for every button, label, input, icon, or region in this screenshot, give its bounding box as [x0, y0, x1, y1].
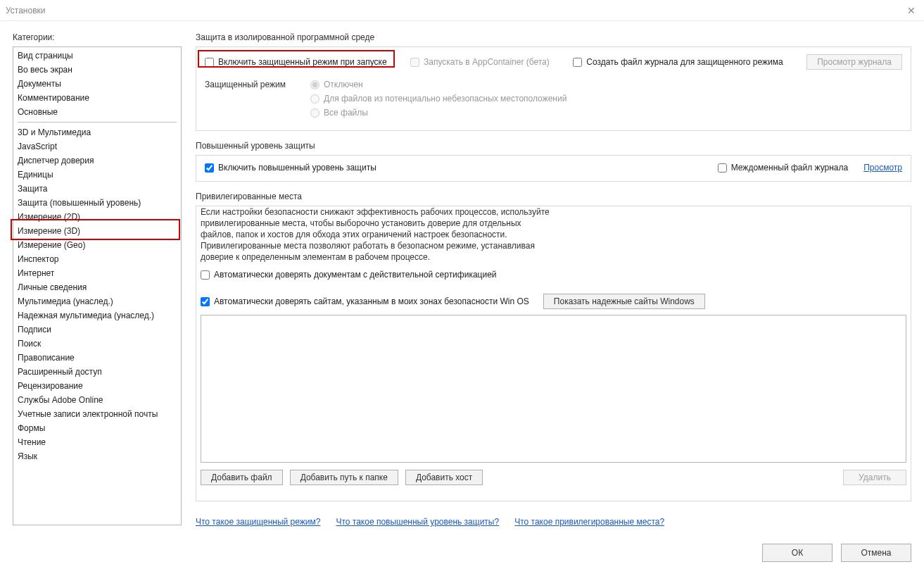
chk-enable-protected-mode[interactable]: Включить защищенный режим при запуске [205, 57, 387, 67]
category-item[interactable]: Язык [13, 449, 181, 463]
category-item[interactable]: Единицы [13, 168, 181, 182]
chk-create-logfile-label: Создать файл журнала для защищенного реж… [586, 57, 783, 67]
chk-create-logfile[interactable]: Создать файл журнала для защищенного реж… [573, 57, 783, 67]
link-what-is-privileged[interactable]: Что такое привилегированные места? [514, 517, 664, 527]
category-item[interactable]: JavaScript [13, 139, 181, 154]
category-item[interactable]: Вид страницы [13, 49, 181, 63]
radio-all: Все файлы [310, 108, 567, 118]
section-privileged: Если настройки безопасности снижают эффе… [196, 206, 911, 501]
category-item[interactable]: Документы [13, 77, 181, 91]
radio-unsafe-label: Для файлов из потенциально небезопасных … [324, 94, 567, 104]
category-item[interactable]: Основные [13, 105, 181, 119]
category-item[interactable]: Надежная мультимедиа (унаслед.) [13, 308, 181, 323]
link-what-is-protected-mode[interactable]: Что такое защищенный режим? [196, 517, 320, 527]
category-item[interactable]: Поиск [13, 337, 181, 351]
radio-all-label: Все файлы [324, 108, 368, 118]
category-divider [18, 122, 177, 123]
category-item[interactable]: Защита (повышенный уровень) [13, 196, 181, 210]
chk-trust-winos[interactable]: Автоматически доверять сайтам, указанным… [201, 296, 529, 306]
categories-listbox[interactable]: Вид страницыВо весь экранДокументыКоммен… [13, 46, 182, 525]
protected-mode-label: Защищенный режим [205, 80, 310, 89]
chk-crossdomain-log[interactable]: Междоменный файл журнала [718, 163, 848, 173]
link-what-is-enhanced[interactable]: Что такое повышенный уровень защиты? [336, 517, 499, 527]
category-item[interactable]: Комментирование [13, 91, 181, 105]
category-item[interactable]: Правописание [13, 351, 181, 365]
chk-trust-winos-label: Автоматически доверять сайтам, указанным… [214, 296, 529, 306]
category-item[interactable]: 3D и Мультимедиа [13, 125, 181, 139]
btn-add-file[interactable]: Добавить файл [201, 470, 283, 485]
category-item[interactable]: Защита [13, 182, 181, 196]
category-item[interactable]: Измерение (3D) [13, 224, 181, 238]
section-enhanced: Включить повышенный уровень защиты Междо… [196, 155, 911, 182]
category-item[interactable]: Службы Adobe Online [13, 393, 181, 407]
radio-off-label: Отключен [324, 80, 363, 89]
chk-enable-enhanced-label: Включить повышенный уровень защиты [218, 163, 376, 173]
section-privileged-title: Привилегированные места [196, 192, 911, 201]
privileged-listbox[interactable] [201, 315, 906, 463]
btn-add-folder[interactable]: Добавить путь к папке [290, 470, 398, 485]
titlebar: Установки ✕ [0, 0, 924, 21]
chk-appcontainer: Запускать в AppContainer (бета) [410, 57, 550, 67]
section-sandbox-title: Защита в изолированной программной среде [196, 32, 911, 42]
btn-show-trusted-sites[interactable]: Показать надежные сайты Windows [543, 294, 705, 309]
btn-ok[interactable]: ОК [762, 544, 833, 562]
link-view-log[interactable]: Просмотр [863, 163, 902, 173]
category-item[interactable]: Рецензирование [13, 379, 181, 393]
category-item[interactable]: Учетные записи электронной почты [13, 407, 181, 421]
radio-unsafe: Для файлов из потенциально небезопасных … [310, 94, 567, 104]
category-item[interactable]: Мультимедиа (унаслед.) [13, 294, 181, 308]
chk-trust-cert[interactable]: Автоматически доверять документам с дейс… [201, 270, 906, 280]
section-sandbox: Включить защищенный режим при запуске За… [196, 46, 911, 131]
window-title: Установки [6, 6, 45, 15]
chk-enable-protected-mode-label: Включить защищенный режим при запуске [218, 57, 387, 67]
categories-label: Категории: [13, 32, 182, 42]
category-item[interactable]: Формы [13, 421, 181, 435]
chk-enable-enhanced[interactable]: Включить повышенный уровень защиты [205, 163, 376, 173]
btn-delete: Удалить [843, 470, 906, 485]
category-item[interactable]: Инспектор [13, 252, 181, 266]
section-enhanced-title: Повышенный уровень защиты [196, 141, 911, 151]
privileged-description: Если настройки безопасности снижают эффе… [201, 206, 552, 263]
category-item[interactable]: Измерение (Geo) [13, 238, 181, 252]
btn-cancel[interactable]: Отмена [841, 544, 911, 562]
dialog-footer: ОК Отмена [762, 544, 911, 562]
close-icon[interactable]: ✕ [904, 5, 918, 16]
radio-off: Отключен [310, 80, 567, 89]
category-item[interactable]: Расширенный доступ [13, 365, 181, 379]
chk-trust-cert-label: Автоматически доверять документам с дейс… [214, 270, 497, 280]
chk-appcontainer-label: Запускать в AppContainer (бета) [424, 57, 550, 67]
category-item[interactable]: Измерение (2D) [13, 210, 181, 224]
btn-view-log: Просмотр журнала [806, 54, 902, 70]
category-item[interactable]: Подписи [13, 323, 181, 337]
chk-crossdomain-log-label: Междоменный файл журнала [731, 163, 848, 173]
category-item[interactable]: Чтение [13, 435, 181, 449]
category-item[interactable]: Во весь экран [13, 63, 181, 77]
category-item[interactable]: Интернет [13, 266, 181, 280]
category-item[interactable]: Диспетчер доверия [13, 154, 181, 168]
btn-add-host[interactable]: Добавить хост [405, 470, 483, 485]
category-item[interactable]: Личные сведения [13, 280, 181, 294]
